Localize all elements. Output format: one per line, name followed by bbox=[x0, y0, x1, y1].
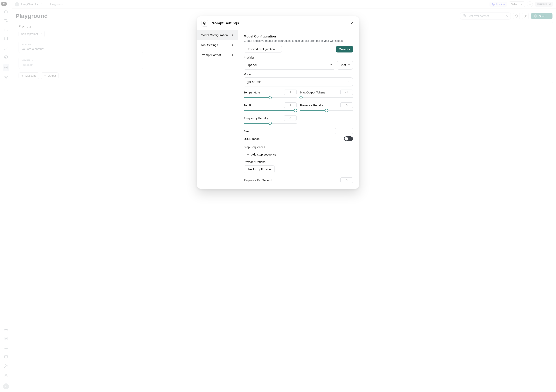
gear-icon bbox=[201, 20, 208, 27]
human-message-card[interactable]: HUMAN {question} bbox=[19, 57, 143, 69]
provider-opts-label: Provider Options bbox=[244, 160, 353, 164]
refresh-button[interactable] bbox=[513, 13, 520, 19]
frequency-input[interactable] bbox=[284, 115, 297, 121]
chart-icon[interactable] bbox=[4, 28, 8, 32]
annotate-icon[interactable] bbox=[4, 55, 8, 60]
invite-icon[interactable] bbox=[4, 364, 8, 369]
modal-nav: Model Configuration Tool Settings Prompt… bbox=[197, 30, 238, 189]
pencil-icon[interactable] bbox=[4, 46, 8, 51]
use-proxy-label: Use Proxy Provider bbox=[247, 168, 272, 171]
home-icon[interactable] bbox=[4, 9, 8, 14]
start-button[interactable]: Start bbox=[531, 13, 552, 19]
svg-point-12 bbox=[5, 365, 6, 366]
param-top-p: Top P bbox=[244, 102, 297, 113]
add-output-label: Output bbox=[48, 74, 56, 77]
provider-label: Provider bbox=[244, 56, 353, 59]
add-stop-label: Add stop sequence bbox=[251, 153, 276, 156]
top-p-label: Top P bbox=[244, 104, 251, 107]
org-name[interactable]: LangChain Inc bbox=[21, 3, 39, 6]
breadcrumb-sep-icon: › bbox=[46, 3, 47, 6]
add-button[interactable] bbox=[527, 1, 533, 7]
flow-icon[interactable] bbox=[4, 18, 8, 23]
temperature-slider[interactable] bbox=[244, 97, 297, 98]
nav-model-config-label: Model Configuration bbox=[201, 33, 228, 37]
stop-seq-label: Stop Sequences bbox=[244, 145, 353, 149]
presence-slider[interactable] bbox=[300, 110, 353, 111]
inbox-icon[interactable] bbox=[4, 355, 8, 360]
nav-model-config[interactable]: Model Configuration bbox=[197, 30, 238, 40]
theme-icon[interactable] bbox=[4, 373, 8, 378]
nav-tool-settings[interactable]: Tool Settings bbox=[197, 40, 238, 50]
select-prompt-button[interactable]: Select prompt bbox=[19, 31, 45, 37]
presence-input[interactable] bbox=[340, 102, 353, 108]
add-stop-sequence-button[interactable]: Add stop sequence bbox=[244, 151, 279, 158]
svg-point-4 bbox=[4, 56, 8, 59]
application-pill[interactable]: Application bbox=[489, 1, 507, 7]
notifications-icon[interactable] bbox=[4, 345, 8, 350]
add-message-label: Message bbox=[25, 74, 37, 77]
chevron-down-icon[interactable] bbox=[41, 2, 44, 6]
model-label: Model bbox=[244, 73, 353, 76]
rps-input[interactable] bbox=[340, 177, 353, 183]
enterprise-badge: ENTERPRISE bbox=[535, 2, 553, 7]
max-tokens-slider[interactable] bbox=[300, 97, 353, 98]
database-icon[interactable] bbox=[4, 37, 8, 42]
max-tokens-label: Max Output Tokens bbox=[300, 91, 325, 94]
user-avatar[interactable]: L bbox=[3, 384, 9, 389]
page-title: Playground bbox=[15, 13, 48, 19]
frequency-slider[interactable] bbox=[244, 123, 297, 124]
presence-label: Presence Penalty bbox=[300, 104, 323, 107]
svg-point-14 bbox=[463, 15, 465, 16]
model-select[interactable]: gpt-4o-mini bbox=[244, 78, 353, 86]
save-as-button[interactable]: Save as bbox=[336, 46, 353, 53]
app-select[interactable]: Select bbox=[509, 1, 525, 7]
human-role-label: HUMAN bbox=[22, 59, 30, 62]
org-avatar[interactable]: L bbox=[15, 2, 19, 7]
section-title: Model Configuration bbox=[244, 35, 353, 39]
settings-icon[interactable] bbox=[4, 327, 8, 332]
add-output-button[interactable]: Output bbox=[41, 72, 59, 79]
select-prompt-label: Select prompt bbox=[21, 32, 38, 36]
max-tokens-input[interactable] bbox=[340, 90, 353, 95]
left-rail: ૪ L bbox=[0, 0, 12, 392]
sidebar-collapse-icon[interactable] bbox=[8, 2, 12, 6]
temperature-input[interactable] bbox=[284, 90, 297, 95]
dataset-selector[interactable]: Test over dataset... bbox=[460, 13, 511, 20]
dataset-placeholder: Test over dataset... bbox=[468, 15, 491, 17]
mode-value: Chat bbox=[340, 63, 346, 67]
use-proxy-button[interactable]: Use Proxy Provider bbox=[244, 165, 275, 173]
playground-icon[interactable] bbox=[3, 64, 9, 71]
svg-point-9 bbox=[6, 329, 7, 330]
logo-icon: ૪ bbox=[0, 2, 7, 6]
nav-prompt-format-label: Prompt Format bbox=[201, 53, 221, 57]
link-button[interactable] bbox=[522, 13, 529, 19]
mode-select[interactable]: Chat bbox=[337, 61, 353, 70]
system-message-card[interactable]: SYSTEM You are a chatbot. bbox=[19, 41, 143, 53]
provider-select[interactable]: OpenAI bbox=[244, 61, 335, 70]
param-max-tokens: Max Output Tokens bbox=[300, 90, 353, 100]
config-selector[interactable]: Unsaved configuration bbox=[244, 46, 282, 53]
close-button[interactable] bbox=[349, 21, 355, 26]
svg-point-16 bbox=[204, 23, 205, 24]
config-chip-label: Unsaved configuration bbox=[247, 48, 275, 51]
nav-prompt-format[interactable]: Prompt Format bbox=[197, 50, 238, 60]
seed-label: Seed bbox=[244, 130, 250, 133]
docs-icon[interactable] bbox=[4, 336, 8, 341]
modal-title: Prompt Settings bbox=[210, 21, 239, 25]
add-message-button[interactable]: Message bbox=[19, 72, 39, 79]
dataset-clear-icon[interactable] bbox=[505, 15, 508, 18]
top-p-input[interactable] bbox=[284, 102, 297, 108]
seed-input[interactable] bbox=[335, 128, 353, 134]
human-text[interactable]: {question} bbox=[22, 63, 140, 66]
json-mode-label: JSON mode bbox=[244, 137, 260, 141]
svg-point-5 bbox=[4, 66, 8, 69]
prompt-settings-modal: Prompt Settings Model Configuration Tool… bbox=[197, 16, 359, 189]
frequency-label: Frequency Penalty bbox=[244, 117, 268, 120]
breadcrumb-current: Playground bbox=[50, 3, 64, 6]
svg-point-13 bbox=[5, 375, 7, 376]
top-p-slider[interactable] bbox=[244, 110, 297, 111]
model-value: gpt-4o-mini bbox=[247, 80, 262, 84]
system-text[interactable]: You are a chatbot. bbox=[22, 47, 140, 51]
deploy-icon[interactable] bbox=[4, 76, 8, 81]
json-mode-toggle[interactable] bbox=[344, 136, 353, 141]
